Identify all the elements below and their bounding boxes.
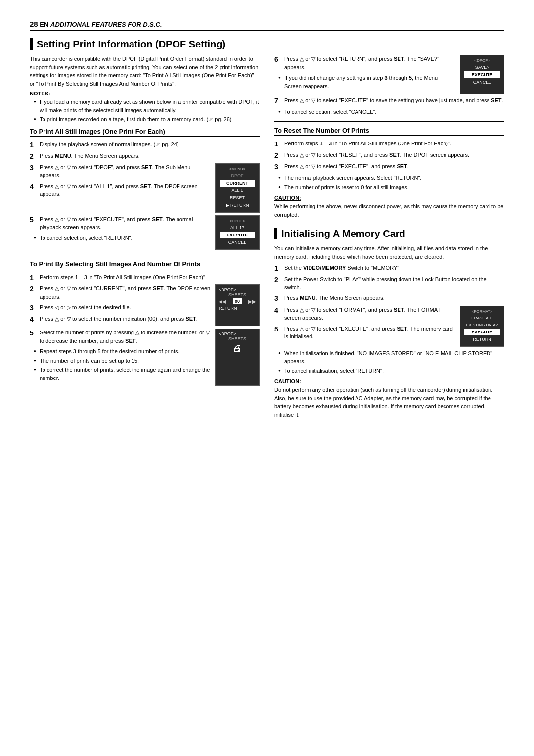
sub2-step-3: 3 Press ◁ or ▷ to select the desired fil… <box>30 303 211 312</box>
sub2-bullets: Repeat steps 3 through 5 for the desired… <box>30 347 211 382</box>
section1-intro: This camcorder is compatible with the DP… <box>30 55 260 88</box>
caution1-label: CAUTION: <box>274 195 504 201</box>
screen-sheets: <DPOF> SHEETS 🖨 <box>215 329 260 386</box>
init-step-4: 4 Press △ or ▽ to select "FORMAT", and p… <box>274 306 456 322</box>
section2-intro: You can initialise a memory card any tim… <box>274 244 504 261</box>
page-section: ADDITIONAL FEATURES FOR D.S.C. <box>50 21 162 28</box>
page-lang: EN <box>40 21 48 28</box>
step-3-group: 3 Press △ or ▽ to select "DPOF", and pre… <box>30 163 260 213</box>
sub2-title: To Print By Selecting Still Images And N… <box>30 260 260 269</box>
step-6-group: 6 Press △ or ▽ to select "RETURN", and p… <box>274 55 504 94</box>
step-5-text: 5 Press △ or ▽ to select "EXECUTE", and … <box>30 215 211 250</box>
screen-save: <DPOF> SAVE? EXECUTE CANCEL <box>460 55 504 94</box>
sub2-step-1: 1 Perform steps 1 – 3 in "To Print All S… <box>30 273 260 282</box>
step-7: 7 Press △ or ▽ to select "EXECUTE" to sa… <box>274 96 504 105</box>
sub2-step-5-group: 5 Select the number of prints by pressin… <box>30 329 260 386</box>
sub2-step-2: 2 Press △ or ▽ to select "CURRENT", and … <box>30 284 211 301</box>
page-header: 28 EN ADDITIONAL FEATURES FOR D.S.C. <box>30 20 504 31</box>
init-step-1: 1 Set the VIDEO/MEMORY Switch to "MEMORY… <box>274 264 504 273</box>
step6-bullets: If you did not change any settings in st… <box>274 74 456 90</box>
init-step-5: 5 Press △ or ▽ to select "EXECUTE", and … <box>274 325 456 341</box>
page-header-text: 28 EN ADDITIONAL FEATURES FOR D.S.C. <box>30 21 162 28</box>
step7-bullets: To cancel selection, select "CANCEL". <box>274 108 504 116</box>
step-3: 3 Press △ or ▽ to select "DPOF", and pre… <box>30 163 211 180</box>
step5-bullets: To cancel selection, select "RETURN". <box>30 234 211 242</box>
reset-step-1: 1 Perform steps 1 – 3 in "To Print All S… <box>274 140 504 148</box>
screen-dpof1: <DPOF> ALL 1? EXECUTE CANCEL <box>215 215 260 250</box>
reset-step-3: 3 Press △ or ▽ to select "EXECUTE", and … <box>274 162 504 171</box>
printer-icon: 🖨 <box>219 343 256 354</box>
step-2: 2 Press MENU. The Menu Screen appears. <box>30 152 260 161</box>
step-3-text: 3 Press △ or ▽ to select "DPOF", and pre… <box>30 163 211 213</box>
step-4: 4 Press △ or ▽ to select "ALL 1", and pr… <box>30 182 211 198</box>
sub2-step-5: 5 Select the number of prints by pressin… <box>30 329 211 345</box>
caution2-text: Do not perform any other operation (such… <box>274 386 504 419</box>
notes-label: NOTES: <box>30 91 260 96</box>
step-5: 5 Press △ or ▽ to select "EXECUTE", and … <box>30 215 211 232</box>
init-step-3: 3 Press MENU. The Menu Screen appears. <box>274 294 504 303</box>
notes-list: If you load a memory card already set as… <box>30 98 260 124</box>
page-number: 28 <box>30 20 38 28</box>
sub2-step-2-group: 2 Press △ or ▽ to select "CURRENT", and … <box>30 284 260 326</box>
reset-bullets: The normal playback screen appears. Sele… <box>274 174 504 191</box>
col-left: This camcorder is compatible with the DP… <box>30 55 260 422</box>
screen-menu: <MENU> DPOF CURRENT ALL 1 RESET ▶ RETURN <box>215 163 260 213</box>
step-6: 6 Press △ or ▽ to select "RETURN", and p… <box>274 55 456 71</box>
init-step-2: 2 Set the Power Switch to "PLAY" while p… <box>274 275 504 291</box>
caution2-label: CAUTION: <box>274 378 504 384</box>
reset-title: To Reset The Number Of Prints <box>274 127 504 136</box>
step-5-group: 5 Press △ or ▽ to select "EXECUTE", and … <box>30 215 260 250</box>
col-right: 6 Press △ or ▽ to select "RETURN", and p… <box>274 55 504 422</box>
note-item: To print images recorded on a tape, firs… <box>34 115 260 124</box>
screen-current: <DPOF> SHEETS ◀◀ 00 ▶▶ RETURN <box>215 284 260 326</box>
init-step-4-group: 4 Press △ or ▽ to select "FORMAT", and p… <box>274 306 504 347</box>
caution1-text: While performing the above, never discon… <box>274 202 504 219</box>
section1-title: Setting Print Information (DPOF Setting) <box>30 38 504 50</box>
sub1-title: To Print All Still Images (One Print For… <box>30 128 260 137</box>
reset-step-2: 2 Press △ or ▽ to select "RESET", and pr… <box>274 151 504 160</box>
note-item: If you load a memory card already set as… <box>34 98 260 114</box>
sub2-step-4: 4 Press △ or ▽ to select the number indi… <box>30 315 211 324</box>
section2-title: Initialising A Memory Card <box>274 228 504 239</box>
step-1: 1 Display the playback screen of normal … <box>30 141 260 149</box>
init-bullets: When initialisation is finished, "NO IMA… <box>274 349 504 375</box>
screen-format: <FORMAT> ERASE ALL EXISTING DATA? EXECUT… <box>460 306 504 347</box>
